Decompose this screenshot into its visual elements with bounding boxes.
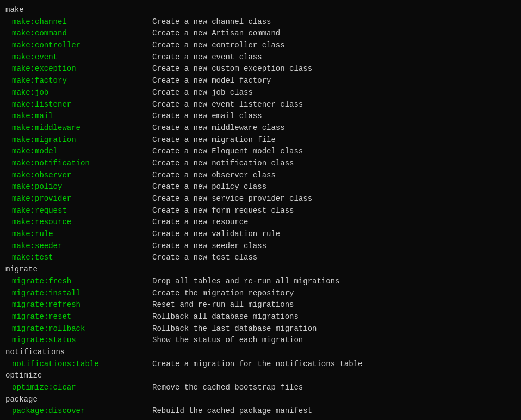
command-line: make:jobCreate a new job class: [5, 87, 516, 99]
command-name: make:observer: [5, 170, 152, 182]
command-description: Remove the cached bootstrap files: [152, 382, 303, 394]
command-name: make:job: [5, 87, 152, 99]
command-name: make:exception: [5, 63, 152, 75]
command-line: make:channelCreate a new channel class: [5, 16, 516, 28]
command-name: make:channel: [5, 16, 152, 28]
command-line: migrate:statusShow the status of each mi…: [5, 335, 516, 347]
command-name: make:request: [5, 205, 152, 217]
command-line: make:policyCreate a new policy class: [5, 181, 516, 193]
command-description: Create a new policy class: [152, 181, 266, 193]
command-line: migrate:refreshReset and re-run all migr…: [5, 299, 516, 311]
command-name: migrate:rollback: [5, 323, 152, 335]
command-line: make:listenerCreate a new event listener…: [5, 99, 516, 111]
command-name: migrate:refresh: [5, 299, 152, 311]
command-name: notifications:table: [5, 359, 152, 370]
section-header: notifications: [5, 347, 516, 359]
command-name: make:notification: [5, 158, 152, 170]
command-description: Rebuild the cached package manifest: [152, 405, 312, 417]
command-line: package:discoverRebuild the cached packa…: [5, 405, 516, 417]
command-description: Create a new migration file: [152, 134, 276, 146]
command-name: package:discover: [5, 405, 152, 417]
command-name: make:seeder: [5, 240, 152, 252]
section-header: migrate: [5, 264, 516, 276]
command-description: Create a new service provider class: [152, 193, 312, 205]
command-description: Create a new custom exception class: [152, 63, 312, 75]
command-description: Create a new event class: [152, 52, 262, 64]
command-name: make:test: [5, 252, 152, 264]
command-description: Create a new resource: [152, 217, 248, 228]
command-description: Create a migration for the notifications…: [152, 359, 362, 370]
command-description: Create a new job class: [152, 87, 253, 99]
command-description: Create a new event listener class: [152, 99, 303, 111]
command-name: make:event: [5, 52, 152, 64]
command-description: Create a new test class: [152, 252, 257, 264]
command-name: migrate:fresh: [5, 276, 152, 288]
command-line: make:testCreate a new test class: [5, 252, 516, 264]
command-description: Create a new notification class: [152, 158, 294, 170]
command-name: make:rule: [5, 228, 152, 240]
command-name: optimize:clear: [5, 382, 152, 394]
command-description: Create a new validation rule: [152, 228, 280, 240]
command-line: make:providerCreate a new service provid…: [5, 193, 516, 205]
command-name: make:model: [5, 146, 152, 158]
section-header: package: [5, 394, 516, 406]
command-line: make:ruleCreate a new validation rule: [5, 228, 516, 240]
command-line: notifications:tableCreate a migration fo…: [5, 359, 516, 370]
command-description: Drop all tables and re-run all migration…: [152, 276, 339, 288]
command-description: Rollback all database migrations: [152, 311, 299, 323]
command-description: Create a new Eloquent model class: [152, 146, 303, 158]
section-header: optimize: [5, 370, 516, 382]
command-line: migrate:freshDrop all tables and re-run …: [5, 276, 516, 288]
command-line: make:notificationCreate a new notificati…: [5, 158, 516, 170]
command-line: make:seederCreate a new seeder class: [5, 240, 516, 252]
command-name: make:factory: [5, 75, 152, 87]
command-line: make:modelCreate a new Eloquent model cl…: [5, 146, 516, 158]
command-description: Create a new channel class: [152, 16, 271, 28]
command-line: make:resourceCreate a new resource: [5, 217, 516, 228]
command-description: Create a new seeder class: [152, 240, 266, 252]
command-line: make:commandCreate a new Artisan command: [5, 28, 516, 40]
command-description: Create a new email class: [152, 110, 262, 122]
command-description: Create the migration repository: [152, 288, 294, 300]
command-description: Reset and re-run all migrations: [152, 299, 294, 311]
command-description: Rollback the last database migration: [152, 323, 317, 335]
terminal: makemake:channelCreate a new channel cla…: [5, 4, 516, 417]
command-description: Create a new Artisan command: [152, 28, 280, 40]
command-line: migrate:resetRollback all database migra…: [5, 311, 516, 323]
command-line: make:factoryCreate a new model factory: [5, 75, 516, 87]
command-name: make:middleware: [5, 122, 152, 134]
command-line: make:exceptionCreate a new custom except…: [5, 63, 516, 75]
command-name: make:provider: [5, 193, 152, 205]
command-name: make:policy: [5, 181, 152, 193]
command-name: make:command: [5, 28, 152, 40]
command-description: Create a new middleware class: [152, 122, 285, 134]
command-description: Show the status of each migration: [152, 335, 303, 347]
command-name: migrate:reset: [5, 311, 152, 323]
command-line: make:requestCreate a new form request cl…: [5, 205, 516, 217]
command-name: make:listener: [5, 99, 152, 111]
command-description: Create a new controller class: [152, 40, 285, 52]
section-header: make: [5, 4, 516, 16]
command-line: make:eventCreate a new event class: [5, 52, 516, 64]
command-description: Create a new model factory: [152, 75, 271, 87]
command-line: optimize:clearRemove the cached bootstra…: [5, 382, 516, 394]
command-line: make:observerCreate a new observer class: [5, 170, 516, 182]
command-description: Create a new form request class: [152, 205, 294, 217]
command-line: make:controllerCreate a new controller c…: [5, 40, 516, 52]
command-name: make:migration: [5, 134, 152, 146]
command-line: make:middlewareCreate a new middleware c…: [5, 122, 516, 134]
command-name: migrate:status: [5, 335, 152, 347]
command-line: make:migrationCreate a new migration fil…: [5, 134, 516, 146]
command-name: make:mail: [5, 110, 152, 122]
command-line: migrate:installCreate the migration repo…: [5, 288, 516, 300]
command-name: make:controller: [5, 40, 152, 52]
command-name: migrate:install: [5, 288, 152, 300]
command-line: migrate:rollbackRollback the last databa…: [5, 323, 516, 335]
command-name: make:resource: [5, 217, 152, 228]
command-description: Create a new observer class: [152, 170, 276, 182]
command-line: make:mailCreate a new email class: [5, 110, 516, 122]
